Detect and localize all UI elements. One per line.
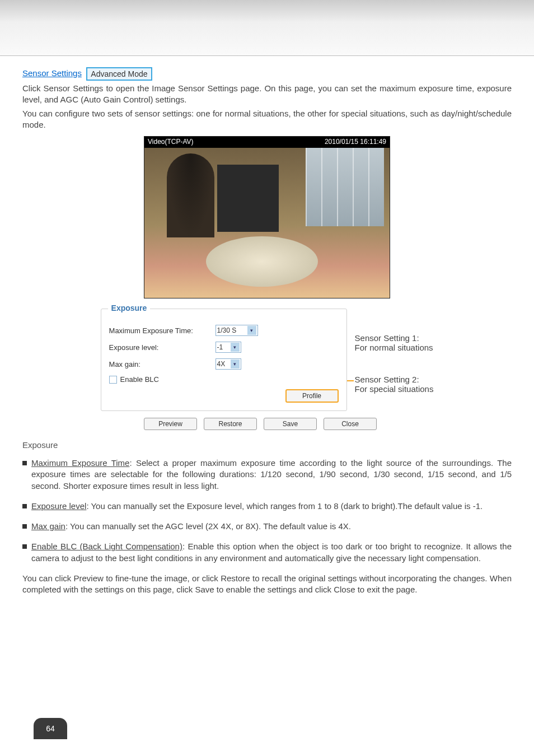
bullet-1-underline: Maximum Exposure Time xyxy=(31,458,129,468)
max-gain-select[interactable]: 4X ▾ xyxy=(216,358,241,370)
annotation-2-sub: For special situations xyxy=(355,384,434,394)
bullet-enable-blc: Enable BLC (Back Light Compensation): En… xyxy=(22,541,512,564)
bullet-4-underline: Enable BLC (Back Light Compensation) xyxy=(31,542,182,551)
section-heading-row: Sensor Settings Advanced Mode xyxy=(22,67,512,81)
video-timestamp: 2010/01/15 16:11:49 xyxy=(325,138,386,147)
video-frame-image xyxy=(144,148,390,298)
square-bullet-icon xyxy=(22,461,27,465)
video-title: Video(TCP-AV) xyxy=(148,138,194,147)
profile-button[interactable]: Profile xyxy=(285,389,339,403)
video-preview: Video(TCP-AV) 2010/01/15 16:11:49 xyxy=(144,136,390,298)
restore-button[interactable]: Restore xyxy=(204,418,257,430)
max-gain-label: Max gain: xyxy=(109,360,216,368)
annotation-sensor-setting-2: Sensor Setting 2: For special situations xyxy=(355,375,434,394)
max-exposure-value: 1/30 S xyxy=(217,326,245,334)
chevron-down-icon: ▾ xyxy=(247,326,256,335)
enable-blc-checkbox[interactable] xyxy=(109,376,117,384)
annotation-1-sub: For normal situations xyxy=(355,343,434,352)
exposure-level-label: Exposure level: xyxy=(109,343,216,352)
annotation-1-title: Sensor Setting 1: xyxy=(355,333,434,343)
annotation-sensor-setting-1: Sensor Setting 1: For normal situations xyxy=(355,333,434,352)
advanced-mode-badge: Advanced Mode xyxy=(86,67,152,81)
intro-paragraph-2: You can configure two sets of sensor set… xyxy=(22,108,512,131)
bullet-exposure-level: Exposure level: You can manually set the… xyxy=(22,501,512,512)
exposure-subheading: Exposure xyxy=(22,440,512,450)
exposure-fieldset: Exposure Maximum Exposure Time: 1/30 S ▾… xyxy=(101,309,347,411)
square-bullet-icon xyxy=(22,544,27,549)
bullet-3-text: : You can manually set the AGC level (2X… xyxy=(65,521,351,531)
bullet-3-underline: Max gain xyxy=(31,521,65,531)
close-button[interactable]: Close xyxy=(324,418,377,430)
intro-paragraph-1: Click Sensor Settings to open the Image … xyxy=(22,83,512,106)
chevron-down-icon: ▾ xyxy=(231,360,240,368)
max-exposure-label: Maximum Exposure Time: xyxy=(109,326,216,335)
sensor-settings-link[interactable]: Sensor Settings xyxy=(22,68,82,78)
exposure-legend: Exposure xyxy=(108,304,151,312)
max-gain-value: 4X xyxy=(217,360,228,368)
page-number-badge: 64 xyxy=(34,718,67,739)
square-bullet-icon xyxy=(22,524,27,529)
exposure-level-value: -1 xyxy=(217,343,228,351)
annotation-2-title: Sensor Setting 2: xyxy=(355,375,434,384)
enable-blc-label: Enable BLC xyxy=(120,375,159,384)
bullet-max-exposure: Maximum Exposure Time: Select a proper m… xyxy=(22,458,512,492)
max-exposure-select[interactable]: 1/30 S ▾ xyxy=(216,325,258,336)
exposure-level-select[interactable]: -1 ▾ xyxy=(216,342,241,353)
closing-paragraph: You can click Preview to fine-tune the i… xyxy=(22,573,512,596)
save-button[interactable]: Save xyxy=(264,418,317,430)
bullet-max-gain: Max gain: You can manually set the AGC l… xyxy=(22,521,512,532)
connector-line xyxy=(347,380,354,381)
chevron-down-icon: ▾ xyxy=(231,343,240,352)
header-gradient xyxy=(0,0,534,56)
preview-button[interactable]: Preview xyxy=(144,418,197,430)
bullet-2-underline: Exposure level xyxy=(31,501,86,511)
bullet-2-text: : You can manually set the Exposure leve… xyxy=(86,501,483,511)
square-bullet-icon xyxy=(22,504,27,508)
